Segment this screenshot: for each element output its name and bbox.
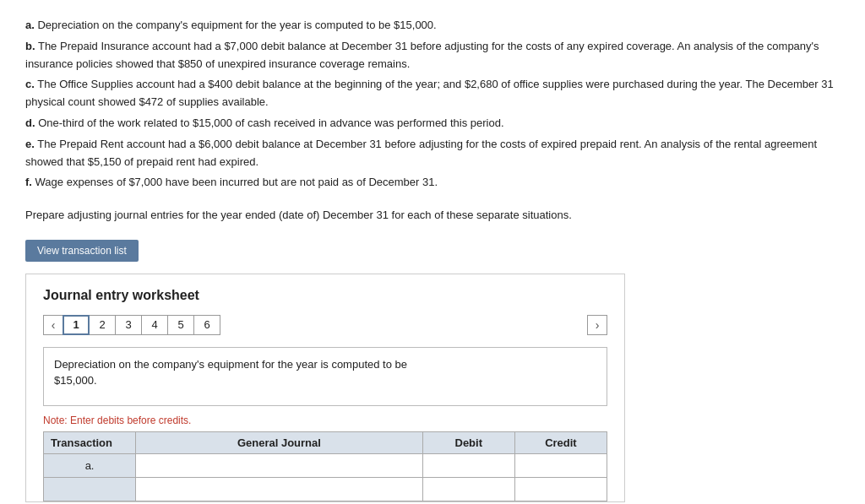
debit-input-2[interactable] xyxy=(430,483,508,496)
col-transaction-header: Transaction xyxy=(44,431,136,453)
tab-1[interactable]: 1 xyxy=(63,315,90,335)
credit-input[interactable] xyxy=(522,459,600,472)
tab-6[interactable]: 6 xyxy=(193,315,220,335)
item-e-text: The Prepaid Rent account had a $6,000 de… xyxy=(25,138,817,168)
item-d-label: d. xyxy=(25,117,35,129)
tab-2[interactable]: 2 xyxy=(89,315,116,335)
item-f-label: f. xyxy=(25,176,32,188)
tab-4[interactable]: 4 xyxy=(141,315,168,335)
worksheet-container: Journal entry worksheet ‹ 1 2 3 4 5 6 › … xyxy=(25,274,625,502)
journal-table: Transaction General Journal Debit Credit… xyxy=(43,431,607,501)
col-credit-header: Credit xyxy=(514,431,607,453)
credit-input-2[interactable] xyxy=(522,483,600,496)
chevron-right-icon: › xyxy=(596,318,600,332)
general-journal-input-2[interactable] xyxy=(143,483,416,496)
item-c-label: c. xyxy=(25,78,35,90)
item-b-label: b. xyxy=(25,40,35,52)
item-a-text: Depreciation on the company's equipment … xyxy=(37,19,436,31)
prepare-text: Prepare adjusting journal entries for th… xyxy=(25,207,840,225)
col-debit-header: Debit xyxy=(422,431,514,453)
table-row-2 xyxy=(44,477,607,501)
item-f-text: Wage expenses of $7,000 have been incurr… xyxy=(35,176,438,188)
tab-prev-button[interactable]: ‹ xyxy=(43,315,63,335)
item-d-text: One-third of the work related to $15,000… xyxy=(38,117,503,129)
problem-text: a. Depreciation on the company's equipme… xyxy=(25,17,840,192)
item-c-text: The Office Supplies account had a $400 d… xyxy=(25,78,834,108)
description-text: Depreciation on the company's equipment … xyxy=(54,358,407,387)
table-row: a. xyxy=(44,453,607,477)
note-text: Note: Enter debits before credits. xyxy=(43,415,607,426)
credit-cell-2[interactable] xyxy=(514,477,607,501)
general-journal-cell[interactable] xyxy=(136,453,423,477)
transaction-cell: a. xyxy=(44,453,136,477)
general-journal-input[interactable] xyxy=(143,459,416,472)
debit-input[interactable] xyxy=(430,459,508,472)
chevron-left-icon: ‹ xyxy=(52,318,56,332)
view-transaction-list-button[interactable]: View transaction list xyxy=(25,240,139,262)
transaction-cell-2 xyxy=(44,477,136,501)
tab-next-button[interactable]: › xyxy=(587,315,607,335)
item-a-label: a. xyxy=(25,19,35,31)
tab-3[interactable]: 3 xyxy=(115,315,142,335)
col-general-journal-header: General Journal xyxy=(136,431,423,453)
item-e-label: e. xyxy=(25,138,35,150)
debit-cell-2[interactable] xyxy=(422,477,514,501)
worksheet-title: Journal entry worksheet xyxy=(43,288,607,303)
item-b-text: The Prepaid Insurance account had a $7,0… xyxy=(25,40,819,70)
debit-cell[interactable] xyxy=(422,453,514,477)
description-box: Depreciation on the company's equipment … xyxy=(43,347,607,406)
tab-5[interactable]: 5 xyxy=(167,315,194,335)
tabs-row: ‹ 1 2 3 4 5 6 › xyxy=(43,315,607,335)
credit-cell[interactable] xyxy=(514,453,607,477)
general-journal-cell-2[interactable] xyxy=(136,477,423,501)
